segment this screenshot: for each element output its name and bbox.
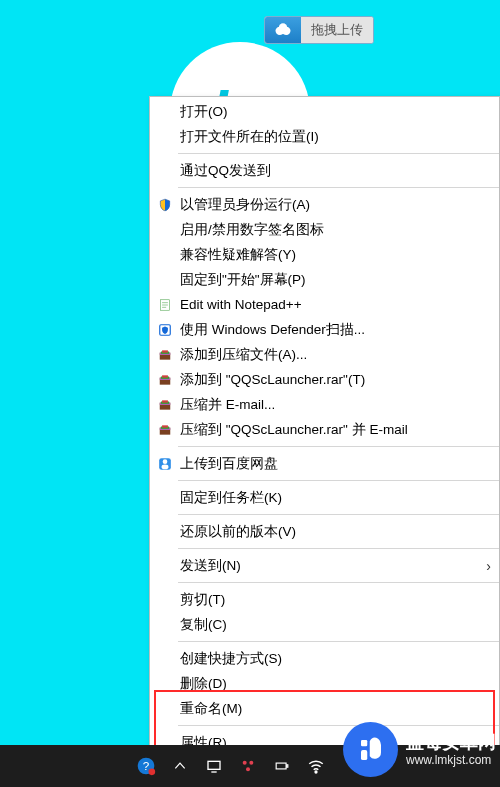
menu-item-label: 添加到压缩文件(A)... [180,346,307,364]
svg-rect-39 [361,740,367,746]
menu-item-label: 打开文件所在的位置(I) [180,128,319,146]
menu-item[interactable]: 压缩到 "QQScLauncher.rar" 并 E-mail [150,417,499,442]
menu-item-label: 压缩并 E-mail... [180,396,275,414]
menu-item-label: Edit with Notepad++ [180,297,302,312]
watermark-url: www.lmkjst.com [406,753,496,767]
menu-item[interactable]: 上传到百度网盘 [150,451,499,476]
menu-item-label: 兼容性疑难解答(Y) [180,246,296,264]
menu-item-label: 以管理员身份运行(A) [180,196,310,214]
menu-item-label: 固定到"开始"屏幕(P) [180,271,306,289]
menu-item[interactable]: 通过QQ发送到 [150,158,499,183]
help-icon[interactable]: ? [136,756,156,776]
menu-item[interactable]: 打开(O) [150,99,499,124]
svg-text:?: ? [143,759,150,772]
menu-item-label: 剪切(T) [180,591,225,609]
menu-item-label: 重命名(M) [180,700,242,718]
svg-rect-16 [162,375,168,377]
svg-point-30 [149,769,156,776]
svg-rect-24 [162,425,168,427]
menu-item[interactable]: 兼容性疑难解答(Y) [150,242,499,267]
menu-item[interactable]: 打开文件所在的位置(I) [150,124,499,149]
menu-item-label: 还原以前的版本(V) [180,523,296,541]
svg-point-33 [243,761,247,765]
context-menu: 打开(O)打开文件所在的位置(I)通过QQ发送到以管理员身份运行(A)启用/禁用… [149,96,500,758]
svg-rect-20 [162,400,168,402]
svg-rect-12 [162,350,168,352]
menu-item[interactable]: 固定到任务栏(K) [150,485,499,510]
menu-item-label: 固定到任务栏(K) [180,489,282,507]
menu-item[interactable]: Edit with Notepad++ [150,292,499,317]
desktop: hp 拖拽上传 打开(O)打开文件所在的位置(I)通过QQ发送到以管理员身份运行… [0,0,500,787]
svg-point-35 [246,767,250,771]
svg-rect-40 [361,750,367,760]
notepad-icon [154,298,176,312]
svg-point-34 [249,761,253,765]
monitor-icon[interactable] [204,756,224,776]
menu-separator [178,153,499,154]
menu-item[interactable]: 还原以前的版本(V) [150,519,499,544]
svg-point-26 [163,459,168,464]
cloud-upload-icon [265,17,301,43]
menu-item[interactable]: 添加到压缩文件(A)... [150,342,499,367]
menu-separator [178,514,499,515]
wifi-icon[interactable] [306,756,326,776]
baidu-icon [154,457,176,471]
svg-rect-3 [278,29,288,34]
menu-item-label: 删除(D) [180,675,227,693]
menu-item[interactable]: 压缩并 E-mail... [150,392,499,417]
watermark-logo-icon [343,722,398,777]
menu-item-label: 添加到 "QQScLauncher.rar"(T) [180,371,365,389]
tray-expand-icon[interactable] [170,756,190,776]
menu-separator [178,480,499,481]
menu-item[interactable]: 删除(D) [150,671,499,696]
defender-icon [154,323,176,337]
menu-item-label: 创建快捷方式(S) [180,650,282,668]
menu-item[interactable]: 固定到"开始"屏幕(P) [150,267,499,292]
winrar-icon [154,348,176,362]
drag-upload-button[interactable]: 拖拽上传 [264,16,374,44]
svg-rect-31 [208,761,220,769]
menu-separator [178,582,499,583]
shield-icon [154,197,176,213]
menu-item-label: 通过QQ发送到 [180,162,271,180]
battery-icon[interactable] [272,756,292,776]
menu-item[interactable]: 启用/禁用数字签名图标 [150,217,499,242]
submenu-arrow-icon: › [486,558,491,574]
menu-item[interactable]: 发送到(N)› [150,553,499,578]
svg-point-27 [162,464,169,469]
menu-item-label: 复制(C) [180,616,227,634]
tray-app-icon[interactable] [238,756,258,776]
svg-rect-37 [287,765,288,767]
svg-rect-36 [276,763,286,769]
menu-item[interactable]: 添加到 "QQScLauncher.rar"(T) [150,367,499,392]
menu-item[interactable]: 剪切(T) [150,587,499,612]
menu-item-label: 使用 Windows Defender扫描... [180,321,365,339]
winrar-icon [154,398,176,412]
menu-item[interactable]: 使用 Windows Defender扫描... [150,317,499,342]
menu-item[interactable]: 复制(C) [150,612,499,637]
menu-item[interactable]: 以管理员身份运行(A) [150,192,499,217]
menu-item[interactable]: 创建快捷方式(S) [150,646,499,671]
menu-separator [178,548,499,549]
winrar-icon [154,373,176,387]
winrar-icon [154,423,176,437]
svg-point-38 [315,771,317,773]
menu-separator [178,641,499,642]
menu-separator [178,187,499,188]
menu-item-label: 启用/禁用数字签名图标 [180,221,324,239]
menu-item-label: 上传到百度网盘 [180,455,278,473]
watermark-title: 蓝莓安卓网 [406,732,496,754]
menu-item-label: 打开(O) [180,103,228,121]
menu-item-label: 压缩到 "QQScLauncher.rar" 并 E-mail [180,421,408,439]
menu-item-label: 发送到(N) [180,557,241,575]
watermark: 蓝莓安卓网 www.lmkjst.com [343,722,496,777]
menu-separator [178,446,499,447]
menu-item[interactable]: 重命名(M) [150,696,499,721]
drag-upload-label: 拖拽上传 [301,17,373,43]
